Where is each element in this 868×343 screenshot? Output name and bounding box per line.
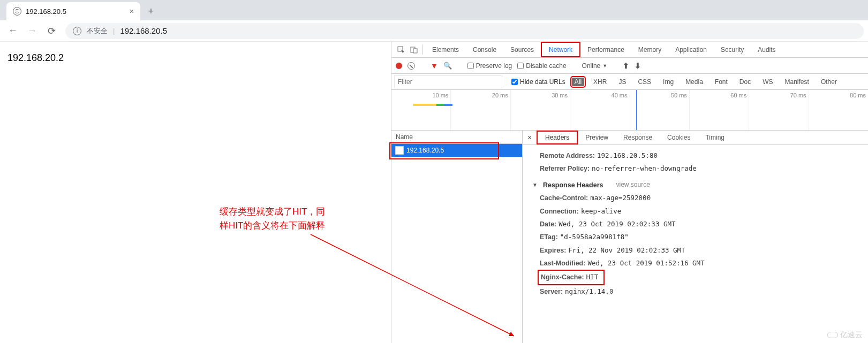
- security-warning: 不安全: [87, 26, 108, 36]
- wf-tick: 40 ms: [612, 92, 628, 98]
- detail-tab-preview[interactable]: Preview: [578, 131, 616, 144]
- pill-media[interactable]: Media: [683, 78, 706, 86]
- wf-tick: 80 ms: [850, 92, 866, 98]
- tab-memory[interactable]: Memory: [631, 42, 668, 57]
- tab-security[interactable]: Security: [714, 42, 751, 57]
- pill-doc[interactable]: Doc: [737, 78, 753, 86]
- wf-tick: 10 ms: [432, 92, 448, 98]
- annotation-text: 缓存类型就变成了HIT，同 样HIT的含义将在下面解释: [220, 205, 325, 232]
- hdr-nginx-cache: Nginx-Cache:HIT: [540, 270, 858, 285]
- tab-title: 192.168.20.5: [26, 7, 66, 16]
- page-body-text: 192.168.20.2: [7, 52, 64, 63]
- filter-input[interactable]: [395, 76, 502, 88]
- filter-icon[interactable]: ▼: [431, 62, 438, 70]
- wf-tick: 50 ms: [671, 92, 687, 98]
- detail-tab-cookies[interactable]: Cookies: [660, 131, 698, 144]
- svg-rect-3: [413, 49, 417, 53]
- search-icon[interactable]: 🔍: [443, 62, 452, 70]
- hdr-last-modified: Last-Modified:Wed, 23 Oct 2019 01:52:16 …: [540, 257, 858, 270]
- hdr-connection: Connection:keep-alive: [540, 205, 858, 218]
- detail-tab-timing[interactable]: Timing: [698, 131, 732, 144]
- preserve-log-checkbox[interactable]: Preserve log: [467, 62, 512, 70]
- info-icon[interactable]: i: [73, 27, 81, 35]
- upload-har-icon[interactable]: ⬆: [623, 62, 629, 70]
- pill-img[interactable]: Img: [660, 78, 676, 86]
- close-icon[interactable]: ×: [130, 7, 134, 16]
- wf-tick: 70 ms: [790, 92, 806, 98]
- tab-sources[interactable]: Sources: [503, 42, 541, 57]
- download-har-icon[interactable]: ⬇: [635, 62, 641, 70]
- pill-font[interactable]: Font: [712, 78, 730, 86]
- detail-tabs: × Headers Preview Response Cookies Timin…: [523, 131, 868, 145]
- watermark-icon: [827, 332, 838, 338]
- view-source-link[interactable]: view source: [616, 179, 650, 191]
- disclosure-triangle-icon[interactable]: ▼: [532, 180, 538, 190]
- address-bar[interactable]: i 不安全 | 192.168.20.5: [65, 23, 864, 39]
- watermark: 亿速云: [827, 330, 863, 340]
- request-details: × Headers Preview Response Cookies Timin…: [523, 131, 868, 343]
- request-list: Name 192.168.20.5: [391, 131, 523, 343]
- hdr-server: Server:nginx/1.14.0: [540, 285, 858, 298]
- pill-all[interactable]: All: [572, 78, 584, 86]
- hide-data-urls-checkbox[interactable]: Hide data URLs: [511, 78, 565, 86]
- browser-toolbar: ← → ⟳ i 不安全 | 192.168.20.5: [0, 20, 868, 42]
- response-headers-section[interactable]: ▼ Response Headers view source: [532, 179, 858, 192]
- pill-css[interactable]: CSS: [635, 78, 654, 86]
- tab-application[interactable]: Application: [668, 42, 714, 57]
- forward-button[interactable]: →: [24, 22, 41, 40]
- reload-button[interactable]: ⟳: [43, 22, 60, 40]
- pill-manifest[interactable]: Manifest: [782, 78, 812, 86]
- network-waterfall[interactable]: 10 ms 20 ms 30 ms 40 ms 50 ms 60 ms 70 m…: [391, 90, 868, 131]
- throttle-select[interactable]: Online ▼: [582, 62, 608, 70]
- browser-tab[interactable]: 192.168.20.5 ×: [6, 2, 140, 20]
- wf-tick: 20 ms: [492, 92, 508, 98]
- hdr-cache-control: Cache-Control:max-age=2592000: [540, 192, 858, 204]
- detail-tab-headers[interactable]: Headers: [537, 131, 578, 144]
- headers-body[interactable]: Remote Address:192.168.20.5:80 Referrer …: [523, 145, 868, 343]
- devtools-tabs: Elements Console Sources Network Perform…: [391, 42, 868, 58]
- divider: |: [113, 27, 115, 35]
- tab-network[interactable]: Network: [541, 42, 580, 57]
- pill-ws[interactable]: WS: [760, 78, 775, 86]
- globe-icon: [13, 7, 21, 16]
- hdr-date: Date:Wed, 23 Oct 2019 02:02:33 GMT: [540, 218, 858, 231]
- main-area: 192.168.20.2 缓存类型就变成了HIT，同 样HIT的含义将在下面解释…: [0, 42, 868, 343]
- general-remote-address: Remote Address:192.168.20.5:80: [540, 149, 858, 162]
- tab-audits[interactable]: Audits: [751, 42, 782, 57]
- page-content: 192.168.20.2 缓存类型就变成了HIT，同 样HIT的含义将在下面解释: [0, 42, 391, 343]
- annotation-box-request: [389, 142, 499, 159]
- wf-tick: 60 ms: [730, 92, 746, 98]
- record-button[interactable]: [396, 63, 402, 69]
- url-text: 192.168.20.5: [120, 26, 167, 35]
- browser-tabstrip: 192.168.20.5 × +: [0, 0, 868, 20]
- general-referrer-policy: Referrer Policy:no-referrer-when-downgra…: [540, 162, 858, 175]
- network-controls: ▼ 🔍 Preserve log Disable cache Online ▼ …: [391, 58, 868, 74]
- tab-elements[interactable]: Elements: [425, 42, 466, 57]
- device-icon[interactable]: [407, 42, 420, 57]
- wf-tick: 30 ms: [552, 92, 568, 98]
- tab-console[interactable]: Console: [466, 42, 503, 57]
- network-filter-row: Hide data URLs All XHR JS CSS Img Media …: [391, 74, 868, 90]
- pill-other[interactable]: Other: [818, 78, 840, 86]
- disable-cache-checkbox[interactable]: Disable cache: [517, 62, 566, 70]
- tab-performance[interactable]: Performance: [580, 42, 631, 57]
- devtools-panel: Elements Console Sources Network Perform…: [391, 42, 868, 343]
- new-tab-button[interactable]: +: [144, 4, 158, 19]
- network-lower: Name 192.168.20.5 × Headers Preview Resp…: [391, 131, 868, 343]
- back-button[interactable]: ←: [4, 22, 21, 40]
- hdr-etag: ETag:"d-5958a2a9981f8": [540, 231, 858, 243]
- hdr-expires: Expires:Fri, 22 Nov 2019 02:02:33 GMT: [540, 244, 858, 257]
- inspect-icon[interactable]: [395, 42, 407, 57]
- clear-button[interactable]: [407, 62, 415, 70]
- pill-js[interactable]: JS: [616, 78, 629, 86]
- pill-xhr[interactable]: XHR: [591, 78, 609, 86]
- close-details-button[interactable]: ×: [523, 131, 537, 144]
- detail-tab-response[interactable]: Response: [616, 131, 660, 144]
